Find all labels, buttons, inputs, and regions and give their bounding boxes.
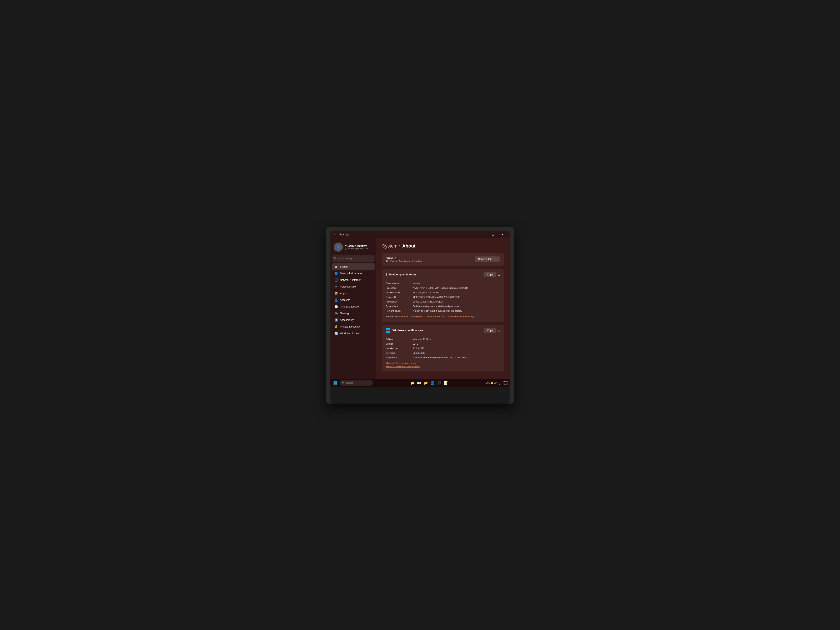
related-links-label: Related links	[386, 315, 400, 318]
taskbar-chrome[interactable]: 🌐	[429, 380, 436, 386]
windows-specs-copy-button[interactable]: Copy	[484, 328, 496, 333]
nav-icon-system: 🖥	[334, 265, 338, 268]
related-link-protection[interactable]: System protection	[426, 315, 445, 318]
pc-name: Yusein	[386, 256, 422, 260]
spec-row: Device name Yusein	[386, 281, 500, 286]
related-link-advanced[interactable]: Advanced system settings	[448, 315, 474, 318]
spec-value: No pen or touch input is available for t…	[413, 309, 462, 312]
settings-window: ← Settings — □ ✕	[330, 231, 510, 379]
window-controls: — □ ✕	[479, 232, 507, 238]
taskbar-mail[interactable]: 📧	[416, 380, 422, 386]
volume-icon: 🔊	[494, 382, 497, 384]
nav-container: 🖥 System 🔵 Bluetooth & devices 🌐 Network…	[332, 263, 374, 337]
spec-label: System type	[386, 305, 413, 308]
minimize-button[interactable]: —	[479, 232, 488, 238]
spec-value: 22H2	[413, 343, 418, 345]
windows-specs-chevron[interactable]: ∧	[498, 329, 500, 332]
taskbar-vscode[interactable]: 📝	[443, 380, 449, 386]
windows-specs-section: Windows specifications Copy ∧ Edition Wi…	[382, 325, 504, 371]
spec-label: Experience	[386, 356, 413, 359]
time-display: 16:52	[497, 380, 508, 383]
taskbar-search[interactable]: 🔍 Search	[339, 380, 373, 385]
settings-search[interactable]: 🔍 Find a setting	[332, 256, 374, 262]
nav-label-system: System	[340, 265, 348, 268]
taskbar: 🔍 Search 📁 📧 📂 🌐 🎵 📝 ENG 📶 🔊 16:52 13/11…	[330, 379, 510, 387]
taskbar-left: 🔍 Search	[332, 380, 373, 386]
spec-label: OS build	[386, 352, 413, 354]
close-button[interactable]: ✕	[498, 232, 507, 238]
breadcrumb-separator: ›	[399, 243, 400, 249]
taskbar-spotify[interactable]: 🎵	[436, 380, 442, 386]
taskbar-time: 16:52 13/11/2023	[497, 380, 508, 385]
taskbar-center: 📁 📧 📂 🌐 🎵 📝	[410, 380, 449, 386]
spec-value: Windows Feature Experience Pack 1000.226…	[413, 356, 469, 359]
back-button[interactable]: ←	[334, 233, 337, 237]
search-icon: 🔍	[334, 257, 337, 260]
taskbar-eng: ENG	[485, 382, 490, 384]
device-specs-controls: Copy ∧	[484, 272, 500, 277]
sidebar-item-gaming[interactable]: 🎮 Gaming	[332, 310, 374, 317]
spec-label: Installed on	[386, 347, 413, 350]
windows-rows: Edition Windows 11 Home Version 22H2 Ins…	[386, 337, 500, 360]
laptop-frame: ← Settings — □ ✕	[326, 227, 514, 404]
spec-label: Edition	[386, 338, 413, 340]
spec-value: Yusein	[413, 282, 420, 284]
sidebar-item-accounts[interactable]: 👤 Accounts	[332, 297, 374, 303]
ms-link[interactable]: Microsoft Software Licence Terms	[386, 365, 500, 368]
windows-icon	[386, 328, 390, 333]
spec-value: 16.0 GB (15.3 GB usable)	[413, 291, 439, 294]
rename-pc-button[interactable]: Rename this PC	[475, 256, 500, 262]
nav-label-apps: Apps	[340, 292, 346, 295]
start-button[interactable]	[332, 380, 338, 386]
user-section: 👤 Yusein Kerdakov yu.kerdakov@gmail.com	[332, 240, 374, 254]
spec-label: Version	[386, 343, 413, 345]
settings-body: 👤 Yusein Kerdakov yu.kerdakov@gmail.com …	[330, 238, 510, 379]
sidebar-item-privacy[interactable]: 🔒 Privacy & security	[332, 323, 374, 330]
nav-label-accounts: Accounts	[340, 298, 350, 302]
device-specs-copy-button[interactable]: Copy	[484, 272, 496, 277]
sidebar-item-bluetooth[interactable]: 🔵 Bluetooth & devices	[332, 270, 374, 277]
spec-row: Product ID 00342-21928-35332-AAOEM	[386, 299, 500, 304]
sidebar-item-time[interactable]: 🕐 Time & language	[332, 303, 374, 310]
spec-value: Windows 11 Home	[413, 338, 432, 340]
taskbar-search-icon: 🔍	[342, 382, 345, 384]
spec-row: OS build 22621.2283	[386, 351, 500, 355]
related-link-domain[interactable]: Domain or workgroup	[401, 315, 423, 318]
search-placeholder: Find a setting	[338, 257, 352, 260]
page-header: System › About	[382, 243, 504, 249]
ms-links: Microsoft Services AgreementMicrosoft So…	[386, 362, 500, 368]
breadcrumb-parent[interactable]: System	[382, 243, 397, 249]
taskbar-right: ENG 📶 🔊 16:52 13/11/2023	[485, 380, 508, 385]
spec-label: Processor	[386, 287, 413, 289]
nav-icon-gaming: 🎮	[334, 311, 338, 315]
ms-link[interactable]: Microsoft Services Agreement	[386, 362, 500, 365]
device-specs-chevron[interactable]: ∧	[498, 273, 500, 276]
maximize-button[interactable]: □	[488, 232, 497, 238]
sidebar-item-personalisation[interactable]: ✏ Personalisation	[332, 283, 374, 290]
sidebar-item-system[interactable]: 🖥 System	[332, 263, 374, 270]
device-specs-title: Device specifications	[389, 273, 417, 276]
nav-icon-apps: 📦	[334, 292, 338, 295]
sidebar-item-apps[interactable]: 📦 Apps	[332, 290, 374, 297]
nav-label-accessibility: Accessibility	[340, 319, 354, 322]
sidebar-item-accessibility[interactable]: ♿ Accessibility	[332, 317, 374, 323]
taskbar-folder[interactable]: 📂	[423, 380, 429, 386]
sidebar-item-update[interactable]: 🔄 Windows Update	[332, 330, 374, 337]
spec-value: 00342-21928-35332-AAOEM	[413, 300, 442, 303]
title-bar: ← Settings — □ ✕	[330, 231, 510, 238]
device-specs-header-left: ℹ Device specifications	[386, 273, 417, 276]
pc-model: HP Pavilion Aero Laptop 13-be0xxx	[386, 260, 422, 262]
nav-label-network: Network & internet	[340, 278, 361, 281]
nav-icon-bluetooth: 🔵	[334, 272, 338, 275]
windows-specs-header-left: Windows specifications	[386, 328, 423, 333]
info-icon: ℹ	[386, 273, 387, 276]
taskbar-files[interactable]: 📁	[410, 380, 415, 386]
sidebar-item-network[interactable]: 🌐 Network & internet	[332, 277, 374, 283]
spec-label: Device name	[386, 282, 413, 284]
windows-specs-title: Windows specifications	[393, 329, 423, 332]
nav-icon-accessibility: ♿	[334, 318, 338, 322]
nav-label-gaming: Gaming	[340, 312, 349, 315]
spec-value: 22621.2283	[413, 352, 425, 354]
nav-label-privacy: Privacy & security	[340, 325, 360, 328]
spec-row: Device ID 7F9BC86E-67D6-40F4-A9A8-7F8C48…	[386, 295, 500, 299]
